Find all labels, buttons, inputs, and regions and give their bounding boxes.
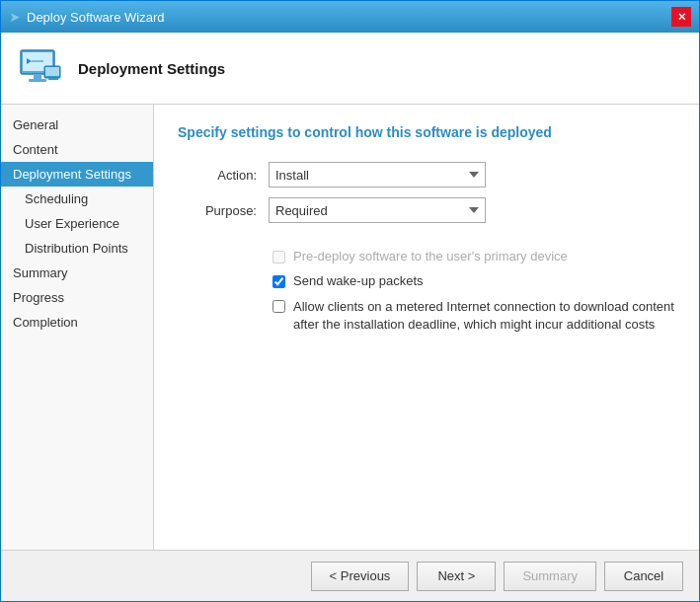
sidebar-item-completion[interactable]: Completion bbox=[1, 310, 153, 335]
svg-rect-5 bbox=[45, 67, 59, 76]
sidebar-item-scheduling[interactable]: Scheduling bbox=[1, 187, 153, 211]
purpose-row: Purpose: Required Available bbox=[178, 197, 675, 223]
footer: < Previous Next > Summary Cancel bbox=[1, 550, 699, 601]
app-icon: ➤ bbox=[9, 9, 21, 25]
svg-rect-2 bbox=[34, 74, 41, 79]
cancel-button[interactable]: Cancel bbox=[604, 562, 683, 591]
title-bar: ➤ Deploy Software Wizard ✕ bbox=[1, 1, 699, 33]
sidebar-item-progress[interactable]: Progress bbox=[1, 285, 153, 310]
page-description: Specify settings to control how this sof… bbox=[178, 124, 675, 140]
sidebar-item-deployment-settings[interactable]: Deployment Settings bbox=[1, 162, 153, 187]
purpose-label: Purpose: bbox=[178, 203, 257, 218]
sidebar-item-user-experience[interactable]: User Experience bbox=[1, 211, 153, 236]
sidebar-item-content[interactable]: Content bbox=[1, 137, 153, 162]
wakeup-row: Send wake-up packets bbox=[178, 273, 675, 288]
main-content: General Content Deployment Settings Sche… bbox=[1, 105, 699, 550]
window-title: Deploy Software Wizard bbox=[27, 10, 164, 25]
metered-checkbox[interactable] bbox=[272, 300, 285, 313]
action-row: Action: Install Uninstall bbox=[178, 162, 675, 188]
deployment-icon bbox=[17, 44, 64, 92]
summary-button[interactable]: Summary bbox=[504, 562, 596, 591]
predeploy-checkbox[interactable] bbox=[272, 251, 285, 263]
header-title: Deployment Settings bbox=[78, 60, 225, 77]
previous-button[interactable]: < Previous bbox=[311, 562, 410, 591]
sidebar-item-distribution-points[interactable]: Distribution Points bbox=[1, 236, 153, 261]
sidebar-item-general[interactable]: General bbox=[1, 113, 153, 137]
action-select[interactable]: Install Uninstall bbox=[269, 162, 486, 188]
sidebar-item-summary[interactable]: Summary bbox=[1, 261, 153, 285]
svg-rect-6 bbox=[48, 78, 58, 80]
svg-rect-3 bbox=[29, 79, 46, 82]
wakeup-checkbox[interactable] bbox=[272, 275, 285, 288]
content-area: Specify settings to control how this sof… bbox=[154, 105, 699, 550]
wizard-window: ➤ Deploy Software Wizard ✕ Dep bbox=[0, 0, 700, 602]
metered-label: Allow clients on a metered Internet conn… bbox=[293, 298, 675, 334]
close-button[interactable]: ✕ bbox=[671, 7, 691, 27]
svg-rect-8 bbox=[32, 61, 43, 62]
predeploy-row: Pre-deploy software to the user's primar… bbox=[178, 249, 675, 263]
header-section: Deployment Settings bbox=[1, 33, 699, 105]
sidebar: General Content Deployment Settings Sche… bbox=[1, 105, 154, 550]
metered-row: Allow clients on a metered Internet conn… bbox=[178, 298, 675, 334]
purpose-select[interactable]: Required Available bbox=[269, 197, 486, 223]
wakeup-label: Send wake-up packets bbox=[293, 273, 424, 288]
action-label: Action: bbox=[178, 168, 257, 183]
next-button[interactable]: Next > bbox=[417, 562, 496, 591]
predeploy-label: Pre-deploy software to the user's primar… bbox=[293, 249, 568, 263]
title-bar-left: ➤ Deploy Software Wizard bbox=[9, 9, 164, 25]
